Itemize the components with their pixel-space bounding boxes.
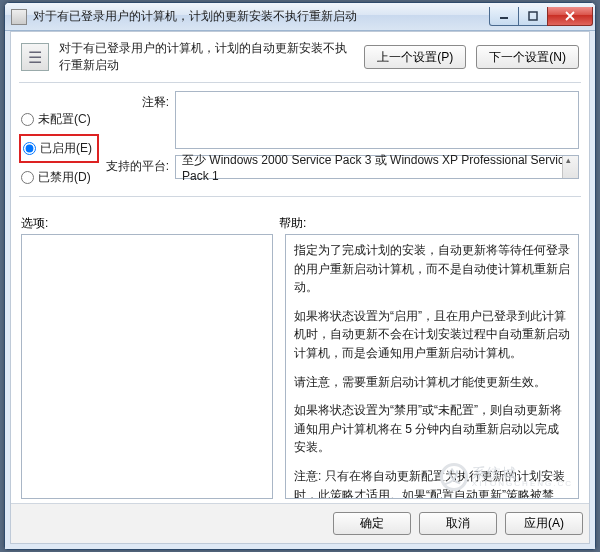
minimize-button[interactable] <box>489 7 519 26</box>
next-setting-button[interactable]: 下一个设置(N) <box>476 45 579 69</box>
window-controls <box>490 7 593 26</box>
ok-button[interactable]: 确定 <box>333 512 411 535</box>
detail-column: 注释: 支持的平台: 至少 Windows 2000 Service Pack … <box>105 91 579 186</box>
options-label: 选项: <box>21 215 279 232</box>
supported-platform-box: 至少 Windows 2000 Service Pack 3 或 Windows… <box>175 155 579 179</box>
dialog-window: 对于有已登录用户的计算机，计划的更新安装不执行重新启动 ☰ 对于有已登录用户的计… <box>4 2 596 550</box>
radio-not-configured-label: 未配置(C) <box>38 111 91 128</box>
comment-label: 注释: <box>105 91 169 149</box>
help-pane[interactable]: 指定为了完成计划的安装，自动更新将等待任何登录的用户重新启动计算机，而不是自动使… <box>285 234 579 499</box>
divider <box>19 82 581 83</box>
policy-icon: ☰ <box>21 43 49 71</box>
radio-enabled[interactable]: 已启用(E) <box>23 140 95 157</box>
state-radio-group: 未配置(C) 已启用(E) 已禁用(D) <box>21 91 97 186</box>
client-area: ☰ 对于有已登录用户的计算机，计划的自动更新安装不执行重新启动 上一个设置(P)… <box>5 31 595 549</box>
svg-rect-0 <box>500 17 508 19</box>
titlebar[interactable]: 对于有已登录用户的计算机，计划的更新安装不执行重新启动 <box>5 3 595 31</box>
pane-labels: 选项: 帮助: <box>21 215 579 232</box>
app-icon <box>11 9 27 25</box>
radio-disabled-input[interactable] <box>21 171 34 184</box>
content-pane: ☰ 对于有已登录用户的计算机，计划的自动更新安装不执行重新启动 上一个设置(P)… <box>10 31 590 544</box>
panes: 指定为了完成计划的安装，自动更新将等待任何登录的用户重新启动计算机，而不是自动使… <box>21 234 579 499</box>
supported-row: 支持的平台: 至少 Windows 2000 Service Pack 3 或 … <box>105 155 579 179</box>
help-p1: 指定为了完成计划的安装，自动更新将等待任何登录的用户重新启动计算机，而不是自动使… <box>294 241 570 297</box>
supported-platform-text: 至少 Windows 2000 Service Pack 3 或 Windows… <box>182 152 572 183</box>
radio-not-configured-input[interactable] <box>21 113 34 126</box>
help-p5: 注意: 只有在将自动更新配置为执行更新的计划安装时，此策略才适用。如果“配置自动… <box>294 467 570 499</box>
scroll-stub[interactable] <box>562 156 578 178</box>
config-row: 未配置(C) 已启用(E) 已禁用(D) 注释 <box>21 91 579 186</box>
close-button[interactable] <box>547 7 593 26</box>
divider-2 <box>19 196 581 197</box>
comment-textarea[interactable] <box>175 91 579 149</box>
radio-disabled[interactable]: 已禁用(D) <box>21 169 97 186</box>
window-title: 对于有已登录用户的计算机，计划的更新安装不执行重新启动 <box>33 8 490 25</box>
options-pane[interactable] <box>21 234 273 499</box>
help-label: 帮助: <box>279 215 306 232</box>
radio-not-configured[interactable]: 未配置(C) <box>21 111 97 128</box>
maximize-button[interactable] <box>518 7 548 26</box>
help-p3: 请注意，需要重新启动计算机才能使更新生效。 <box>294 373 570 392</box>
radio-enabled-input[interactable] <box>23 142 36 155</box>
radio-enabled-label: 已启用(E) <box>40 140 92 157</box>
comment-row: 注释: <box>105 91 579 149</box>
policy-heading: 对于有已登录用户的计算机，计划的自动更新安装不执行重新启动 <box>59 40 354 74</box>
prev-setting-button[interactable]: 上一个设置(P) <box>364 45 466 69</box>
cancel-button[interactable]: 取消 <box>419 512 497 535</box>
svg-rect-1 <box>529 12 537 20</box>
help-p2: 如果将状态设置为“启用”，且在用户已登录到此计算机时，自动更新不会在计划安装过程… <box>294 307 570 363</box>
enabled-highlight: 已启用(E) <box>19 134 99 163</box>
help-p4: 如果将状态设置为“禁用”或“未配置”，则自动更新将通知用户计算机将在 5 分钟内… <box>294 401 570 457</box>
apply-button[interactable]: 应用(A) <box>505 512 583 535</box>
policy-header: ☰ 对于有已登录用户的计算机，计划的自动更新安装不执行重新启动 上一个设置(P)… <box>21 40 579 82</box>
supported-label: 支持的平台: <box>105 155 169 179</box>
dialog-footer: 确定 取消 应用(A) <box>11 503 589 543</box>
radio-disabled-label: 已禁用(D) <box>38 169 91 186</box>
